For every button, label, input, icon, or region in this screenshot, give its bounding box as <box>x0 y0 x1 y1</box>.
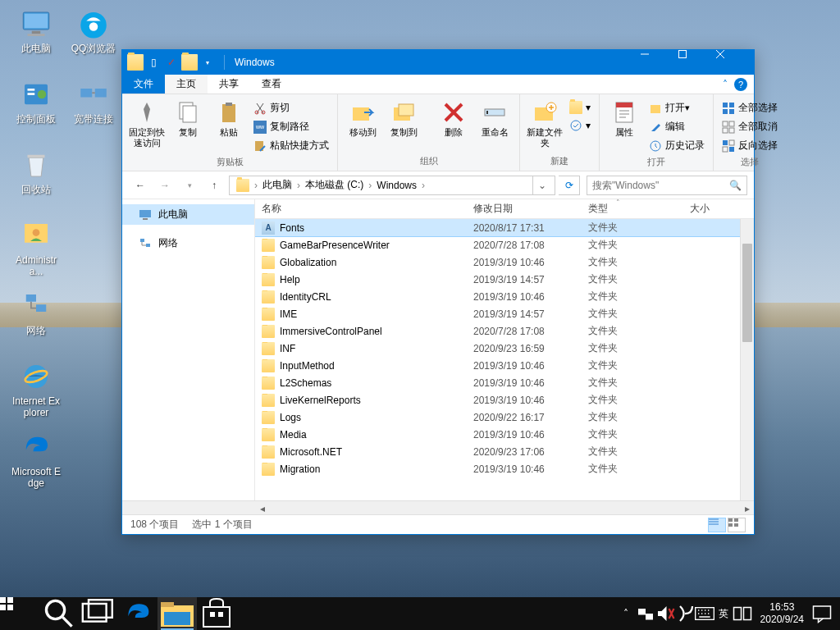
back-button[interactable]: ← <box>129 175 152 196</box>
desktop-icon-ie[interactable]: Internet Explorer <box>8 358 64 422</box>
details-view-button[interactable] <box>708 518 726 532</box>
recent-dropdown[interactable]: ▾ <box>178 175 201 196</box>
tab-file[interactable]: 文件 <box>122 75 165 94</box>
taskbar-explorer[interactable] <box>158 597 197 630</box>
search-button[interactable] <box>39 597 79 630</box>
close-button[interactable] <box>716 50 754 75</box>
pasteshortcut-button[interactable]: 粘贴快捷方式 <box>250 137 332 154</box>
tray-overflow[interactable]: ˄ <box>616 597 636 630</box>
file-row[interactable]: Media2019/3/19 10:46文件夹 <box>255 426 754 443</box>
desktop-icon-edge[interactable]: Microsoft Edge <box>8 428 64 492</box>
address-bar[interactable]: › 此电脑 › 本地磁盘 (C:) › Windows › ⌄ <box>229 176 555 195</box>
selectall-button[interactable]: 全部选择 <box>719 99 781 116</box>
qa-folder-icon[interactable] <box>181 54 198 71</box>
vertical-scrollbar[interactable] <box>740 219 754 500</box>
minimize-button[interactable] <box>641 50 678 75</box>
desktop-icon-admin[interactable]: Administra... <box>8 217 64 281</box>
desktop-icon-thispc[interactable]: 此电脑 <box>8 5 64 69</box>
tab-view[interactable]: 查看 <box>250 75 293 94</box>
tray-keyboard-icon[interactable] <box>695 597 714 630</box>
copyto-button[interactable]: 复制到 <box>384 96 423 141</box>
maximize-button[interactable] <box>678 50 716 75</box>
forward-button[interactable]: → <box>153 175 176 196</box>
file-row[interactable]: ImmersiveControlPanel2020/7/28 17:08文件夹 <box>255 322 754 340</box>
tray-ime-lang[interactable]: 英 <box>714 597 733 630</box>
paste-button[interactable]: 粘贴 <box>209 96 249 141</box>
copypath-button[interactable]: ww复制路径 <box>250 118 332 135</box>
column-size[interactable]: 大小 <box>683 202 754 216</box>
cut-button[interactable]: 剪切 <box>250 99 332 116</box>
invertselect-button[interactable]: 反向选择 <box>719 137 781 154</box>
desktop-icon-controlpanel[interactable]: 控制面板 <box>8 75 64 139</box>
file-row[interactable]: L2Schemas2019/3/19 10:46文件夹 <box>255 374 754 391</box>
history-button[interactable]: 历史记录 <box>646 137 708 154</box>
column-type[interactable]: 类型 <box>582 202 683 216</box>
file-row[interactable]: Help2019/3/19 14:57文件夹 <box>255 271 754 288</box>
newitem-button[interactable]: ▾ <box>566 99 594 116</box>
pin-quickaccess-button[interactable]: 固定到快速访问 <box>127 96 167 152</box>
open-button[interactable]: 打开 ▾ <box>646 99 708 116</box>
file-row[interactable]: IME2019/3/19 14:57文件夹 <box>255 305 754 322</box>
selectnone-button[interactable]: 全部取消 <box>719 118 781 135</box>
tab-share[interactable]: 共享 <box>208 75 250 94</box>
column-date[interactable]: 修改日期 <box>467 202 582 216</box>
action-center-icon[interactable] <box>812 597 832 630</box>
moveto-button[interactable]: 移动到 <box>343 96 382 141</box>
file-row[interactable]: INF2020/9/23 16:59文件夹 <box>255 340 754 357</box>
file-row[interactable]: GameBarPresenceWriter2020/7/28 17:08文件夹 <box>255 236 754 253</box>
tray-network-icon[interactable] <box>636 597 655 630</box>
qa-check-icon[interactable]: ✓ <box>163 54 180 71</box>
tray-ime-icon[interactable] <box>675 597 695 630</box>
help-icon[interactable]: ? <box>734 78 747 91</box>
taskbar-store[interactable] <box>197 597 236 630</box>
edit-button[interactable]: 编辑 <box>646 118 708 135</box>
file-row[interactable]: IdentityCRL2019/3/19 10:46文件夹 <box>255 288 754 305</box>
horizontal-scrollbar[interactable]: ◂ ▸ <box>122 500 754 514</box>
desktop-icon-qqbrowser[interactable]: QQ浏览器 <box>66 5 121 69</box>
hscroll-left[interactable]: ◂ <box>255 501 269 515</box>
tray-volume-icon[interactable] <box>655 597 675 630</box>
breadcrumb-seg-0[interactable]: 此电脑 <box>259 178 295 192</box>
newfolder-button[interactable]: 新建文件夹 <box>525 96 564 152</box>
search-box[interactable]: 🔍 <box>587 176 747 195</box>
properties-button[interactable]: 属性 <box>605 96 644 141</box>
file-row[interactable]: AFonts2020/8/17 17:31文件夹 <box>255 219 754 236</box>
scroll-thumb[interactable] <box>742 244 752 342</box>
delete-button[interactable]: 删除 <box>434 96 473 141</box>
file-row[interactable]: Globalization2019/3/19 10:46文件夹 <box>255 253 754 271</box>
search-input[interactable] <box>592 180 729 191</box>
up-button[interactable]: ↑ <box>203 175 226 196</box>
qa-pin-icon[interactable]: ▯ <box>145 54 162 71</box>
copy-button[interactable]: 复制 <box>168 96 208 141</box>
breadcrumb-seg-1[interactable]: 本地磁盘 (C:) <box>302 178 367 192</box>
refresh-button[interactable]: ⟳ <box>559 176 580 195</box>
desktop-icon-network[interactable]: 网络 <box>8 287 64 351</box>
easyaccess-button[interactable]: ▾ <box>566 117 594 134</box>
file-row[interactable]: Microsoft.NET2020/9/23 17:06文件夹 <box>255 443 754 460</box>
desktop-icon-recyclebin[interactable]: 回收站 <box>8 146 64 210</box>
column-name[interactable]: 名称˄ <box>255 202 467 216</box>
hscroll-right[interactable]: ▸ <box>740 501 754 515</box>
tab-home[interactable]: 主页 <box>165 75 208 94</box>
file-row[interactable]: InputMethod2019/3/19 10:46文件夹 <box>255 357 754 374</box>
start-button[interactable] <box>0 597 39 630</box>
sidebar-item-thispc[interactable]: 此电脑 <box>122 204 254 225</box>
breadcrumb-root-icon[interactable] <box>233 179 253 192</box>
sidebar-item-network[interactable]: 网络 <box>122 233 254 253</box>
tray-clock[interactable]: 16:53 2020/9/24 <box>752 601 812 626</box>
icons-view-button[interactable] <box>728 518 746 532</box>
taskbar-edge[interactable] <box>118 597 158 630</box>
address-dropdown[interactable]: ⌄ <box>532 176 551 194</box>
collapse-ribbon-icon[interactable]: ˄ <box>723 79 728 90</box>
breadcrumb-seg-2[interactable]: Windows <box>373 180 420 191</box>
qa-dropdown-icon[interactable]: ▾ <box>199 54 216 71</box>
file-row[interactable]: LiveKernelReports2019/3/19 10:46文件夹 <box>255 391 754 409</box>
file-row[interactable]: Migration2019/3/19 10:46文件夹 <box>255 460 754 477</box>
titlebar[interactable]: ▯ ✓ ▾ Windows <box>122 50 754 75</box>
tray-ime-mode-icon[interactable] <box>733 597 752 630</box>
file-row[interactable]: Logs2020/9/22 16:17文件夹 <box>255 409 754 426</box>
search-icon[interactable]: 🔍 <box>729 180 742 191</box>
desktop-icon-broadband[interactable]: 宽带连接 <box>66 75 121 139</box>
rename-button[interactable]: 重命名 <box>475 96 514 141</box>
taskview-button[interactable] <box>79 597 118 630</box>
